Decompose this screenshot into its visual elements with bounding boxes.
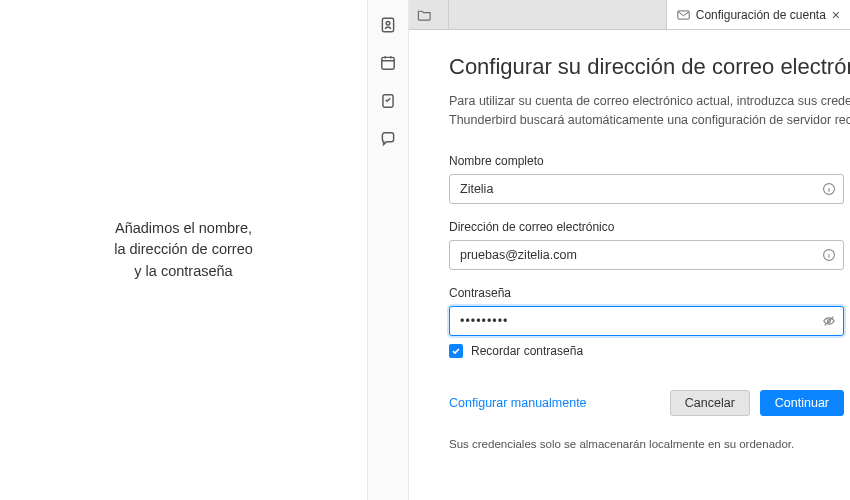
email-label: Dirección de correo electrónico (449, 220, 850, 234)
address-book-icon[interactable] (379, 16, 397, 34)
annotation-line: y la contraseña (114, 261, 253, 282)
app-sidebar (367, 0, 409, 500)
email-field[interactable] (449, 240, 844, 270)
remember-label: Recordar contraseña (471, 344, 583, 358)
tab-bar: Configuración de cuenta × (409, 0, 850, 30)
mail-icon (677, 10, 690, 20)
footer-note: Sus credenciales solo se almacenarán loc… (449, 438, 850, 450)
dialog-title: Configurar su dirección de correo electr… (449, 54, 850, 80)
annotation-line: la dirección de correo (114, 239, 253, 260)
dialog-subtitle: Para utilizar su cuenta de correo electr… (449, 92, 850, 130)
password-field[interactable] (449, 306, 844, 336)
continue-button[interactable]: Continuar (760, 390, 844, 416)
annotation-line: Añadimos el nombre, (114, 218, 253, 239)
tab-label: Configuración de cuenta (696, 8, 826, 22)
manual-config-button[interactable]: Configurar manualmente (449, 396, 587, 410)
name-field[interactable] (449, 174, 844, 204)
name-label: Nombre completo (449, 154, 850, 168)
info-icon (822, 182, 836, 196)
chat-icon[interactable] (379, 130, 397, 148)
password-label: Contraseña (449, 286, 850, 300)
info-icon (822, 248, 836, 262)
account-setup-dialog: Configurar su dirección de correo electr… (409, 30, 850, 500)
tab-account-config[interactable]: Configuración de cuenta × (666, 0, 850, 29)
cancel-button[interactable]: Cancelar (670, 390, 750, 416)
tasks-icon[interactable] (379, 92, 397, 110)
tab-spacer (449, 0, 666, 29)
svg-rect-2 (382, 57, 394, 69)
annotation-panel: Añadimos el nombre, la dirección de corr… (0, 0, 367, 500)
main-area: Configuración de cuenta × Configurar su … (409, 0, 850, 500)
close-icon[interactable]: × (832, 7, 840, 23)
tab-general[interactable] (409, 0, 449, 29)
folder-icon (417, 9, 432, 21)
remember-checkbox[interactable] (449, 344, 463, 358)
eye-off-icon[interactable] (822, 314, 836, 328)
svg-point-1 (386, 22, 390, 26)
check-icon (451, 346, 461, 356)
calendar-icon[interactable] (379, 54, 397, 72)
